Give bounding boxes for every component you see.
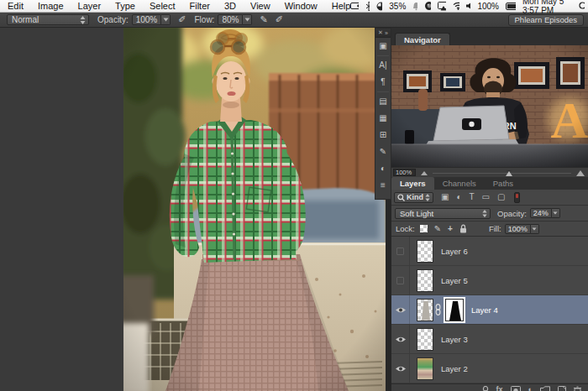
menu-window[interactable]: Window — [285, 1, 318, 11]
clone-source-panel-icon[interactable]: ▣ — [375, 38, 391, 55]
flow-dropdown-button[interactable] — [243, 14, 252, 25]
dock-close-icon[interactable]: ✕ — [378, 29, 383, 36]
navigator-zoom-slider[interactable] — [433, 169, 571, 177]
pen-pressure-opacity-icon[interactable]: ✐ — [178, 14, 186, 25]
notifications-bell-icon[interactable] — [412, 2, 417, 11]
visibility-toggle[interactable] — [391, 266, 410, 295]
flow-field[interactable]: 80% — [218, 14, 243, 25]
workspace-switcher-button[interactable]: Phlearn Episodes — [508, 14, 584, 26]
eye-off-box — [396, 248, 404, 255]
character-panel-icon[interactable]: A| — [375, 57, 391, 74]
visibility-toggle[interactable] — [391, 354, 410, 383]
lock-position-icon[interactable]: + — [448, 225, 453, 233]
menu-select[interactable]: Select — [150, 1, 176, 11]
visibility-toggle[interactable] — [391, 295, 410, 324]
airbrush-icon[interactable]: ✎ — [260, 14, 267, 25]
layer-row-layer5[interactable]: Layer 5 — [391, 266, 588, 295]
zoom-in-icon[interactable] — [576, 169, 585, 176]
navigator-preview[interactable]: A PHLEARN — [391, 45, 588, 167]
mask-link-icon[interactable] — [435, 304, 441, 315]
add-mask-icon[interactable] — [511, 386, 521, 391]
brush-panel-icon[interactable]: ✎ — [375, 143, 391, 160]
link-layers-icon[interactable] — [482, 386, 489, 391]
histogram-panel-icon[interactable]: ▦ — [375, 110, 391, 127]
type-layer-filter-icon[interactable]: T — [470, 193, 475, 201]
visibility-toggle[interactable] — [391, 325, 410, 353]
layer-thumbnail[interactable] — [417, 299, 433, 321]
new-layer-icon[interactable] — [558, 386, 566, 391]
wifi-icon[interactable] — [453, 2, 460, 10]
new-adjustment-icon[interactable]: ◐ — [528, 386, 533, 391]
canvas-photo[interactable] — [123, 28, 386, 391]
brush-mode-select[interactable]: Normal — [7, 14, 89, 25]
adjustments-panel-icon[interactable]: ◐ — [375, 160, 391, 177]
menu-view[interactable]: View — [250, 1, 270, 11]
blend-mode-row: Soft Light Opacity: 24% — [391, 206, 588, 222]
opacity-field[interactable]: 100% — [132, 14, 162, 25]
blend-mode-select[interactable]: Soft Light — [395, 208, 491, 219]
smart-object-filter-icon[interactable]: ▢ — [497, 193, 505, 201]
dock-expand-icon[interactable]: » — [385, 30, 388, 36]
layer-thumbnail[interactable] — [417, 240, 433, 263]
tab-layers[interactable]: Layers — [391, 177, 434, 190]
slider-thumb[interactable] — [506, 170, 512, 176]
menu-edit[interactable]: Edit — [8, 1, 24, 11]
layer-row-layer4[interactable]: Layer 4 — [391, 295, 588, 325]
menu-clock[interactable]: Mon May 5 3:57 PM — [522, 0, 572, 15]
tool-presets-panel-icon[interactable]: ≡ — [375, 177, 391, 194]
menu-help[interactable]: Help — [332, 1, 351, 11]
menumeters-pie-icon[interactable] — [376, 2, 382, 11]
opacity-dropdown-button[interactable] — [161, 14, 171, 25]
zoom-out-icon[interactable] — [421, 170, 428, 175]
filter-toggle-switch[interactable] — [514, 192, 520, 203]
bluetooth-icon[interactable] — [365, 2, 370, 11]
navigator-footer: 100% — [391, 167, 588, 177]
lock-all-icon[interactable] — [459, 224, 467, 233]
collapsed-panel-dock: ✕ » ▣A|¶▤▦⊞✎◐≡ — [375, 28, 391, 200]
photoshop-workspace: ✕ » ▣A|¶▤▦⊞✎◐≡ Navigator — [0, 28, 588, 391]
camera-lens-icon[interactable] — [424, 1, 431, 11]
flow-label: Flow: — [194, 15, 214, 24]
layer-mask-thumbnail[interactable] — [445, 299, 464, 321]
fill-dropdown[interactable] — [531, 224, 539, 234]
lock-paint-icon[interactable]: ✎ — [434, 225, 441, 233]
menu-layer[interactable]: Layer — [78, 1, 102, 11]
swatches-panel-icon[interactable]: ▤ — [375, 93, 391, 110]
pen-pressure-size-icon[interactable]: ✐ — [276, 14, 283, 25]
layer-opacity-field[interactable]: 24% — [530, 208, 552, 218]
pixel-layer-filter-icon[interactable]: ▣ — [441, 193, 449, 201]
menu-image[interactable]: Image — [38, 1, 64, 11]
layer-row-layer2[interactable]: Layer 2 — [391, 354, 588, 383]
tab-channels[interactable]: Channels — [434, 177, 485, 190]
layer-thumbnail[interactable] — [417, 328, 433, 351]
shape-layer-filter-icon[interactable]: ▭ — [482, 193, 490, 201]
navigator-zoom-field[interactable]: 100% — [393, 169, 416, 176]
spotlight-search-icon[interactable] — [579, 2, 585, 11]
paragraph-panel-icon[interactable]: ¶ — [375, 74, 391, 91]
tab-navigator[interactable]: Navigator — [395, 33, 450, 45]
navigator-tab-bar: Navigator — [391, 28, 588, 45]
layer-opacity-dropdown[interactable] — [552, 208, 560, 218]
filter-kind-select[interactable]: Kind — [394, 192, 433, 203]
layer-row-layer6[interactable]: Layer 6 — [391, 237, 588, 266]
menu-type[interactable]: Type — [115, 1, 135, 11]
battery-icon[interactable] — [506, 3, 516, 10]
lock-transparency-icon[interactable] — [420, 225, 428, 232]
layer-style-icon[interactable]: fx — [496, 386, 503, 391]
new-group-icon[interactable] — [540, 386, 550, 391]
visibility-toggle[interactable] — [391, 237, 410, 265]
layer-thumbnail[interactable] — [417, 357, 433, 380]
screen-recording-icon[interactable] — [350, 2, 358, 10]
layer-thumbnail[interactable] — [417, 269, 433, 292]
volume-icon[interactable] — [466, 2, 470, 10]
brush-presets-panel-icon[interactable]: ⊞ — [375, 127, 391, 143]
delete-layer-icon[interactable] — [574, 386, 581, 391]
layer-name: Layer 3 — [441, 335, 468, 344]
tab-paths[interactable]: Paths — [485, 177, 522, 190]
menu-3d[interactable]: 3D — [224, 1, 236, 11]
menu-filter[interactable]: Filter — [190, 1, 210, 11]
airplay-display-icon[interactable] — [438, 2, 445, 11]
adjustment-layer-filter-icon[interactable]: ◐ — [456, 193, 461, 201]
layer-row-layer3[interactable]: Layer 3 — [391, 325, 588, 354]
fill-field[interactable]: 100% — [505, 224, 531, 234]
